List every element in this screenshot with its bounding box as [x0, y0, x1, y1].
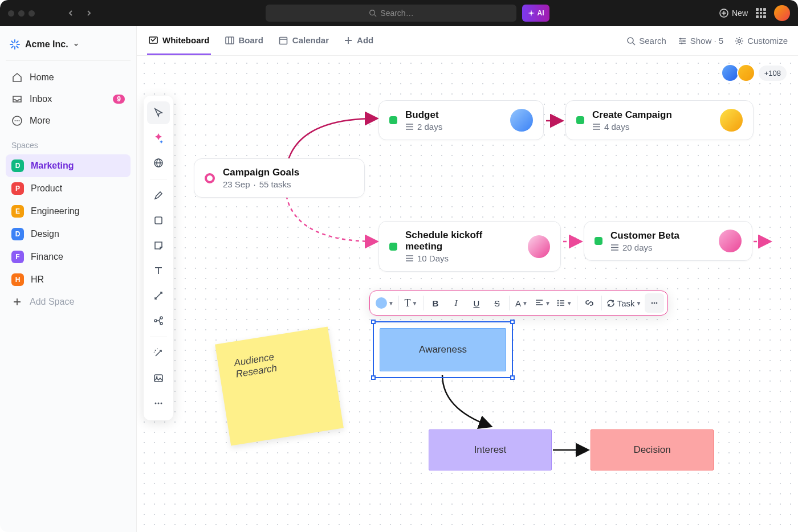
assignee-avatar[interactable] [720, 109, 743, 132]
new-button[interactable]: New [719, 9, 748, 18]
apps-menu-icon[interactable] [756, 8, 766, 18]
text-color-button[interactable]: A▼ [512, 293, 531, 313]
presence-avatar[interactable] [721, 64, 739, 82]
svg-point-39 [557, 300, 559, 302]
sidebar-item-label: Home [30, 72, 54, 83]
assignee-avatar[interactable] [719, 230, 742, 252]
underline-button[interactable]: U [467, 293, 486, 313]
show-button[interactable]: Show · 5 [678, 36, 723, 46]
link-button[interactable] [580, 293, 599, 313]
tool-text[interactable] [147, 259, 170, 282]
svg-point-42 [652, 302, 653, 304]
presence-avatar[interactable] [737, 64, 755, 82]
assignee-avatar[interactable] [528, 235, 550, 258]
list-button[interactable]: ▼ [554, 293, 575, 313]
sidebar-item-more[interactable]: More [6, 110, 131, 132]
bullet-list-icon [556, 298, 565, 308]
presence-count[interactable]: +108 [759, 66, 787, 81]
tab-calendar[interactable]: Calendar [277, 27, 330, 55]
tool-sticky[interactable] [147, 234, 170, 257]
flow-interest[interactable]: Interest [429, 429, 552, 470]
view-tabs: Whiteboard Board Calendar Add Search [137, 26, 798, 56]
more-options-button[interactable] [645, 293, 664, 313]
spaces-heading: Spaces [6, 132, 131, 154]
fill-color-button[interactable]: ▼ [373, 293, 396, 313]
link-icon [585, 298, 594, 308]
card-customer-beta[interactable]: Customer Beta 20 days [584, 221, 752, 261]
tool-select[interactable] [147, 101, 170, 124]
space-product[interactable]: P Product [6, 177, 131, 200]
assignee-avatar[interactable] [510, 109, 533, 132]
flow-awareness[interactable]: Awareness [380, 328, 506, 371]
list-icon [405, 122, 414, 131]
space-finance[interactable]: F Finance [6, 245, 131, 268]
tab-board[interactable]: Board [223, 27, 264, 55]
svg-line-1 [374, 15, 377, 17]
global-search[interactable]: Search… [266, 5, 516, 22]
workspace-switcher[interactable]: Acme Inc. [6, 34, 131, 61]
svg-line-7 [11, 41, 13, 43]
customize-button[interactable]: Customize [735, 36, 788, 46]
card-budget[interactable]: Budget 2 days [378, 100, 544, 140]
card-title: Customer Beta [610, 230, 679, 242]
text-style-button[interactable]: T▼ [401, 293, 421, 313]
space-design[interactable]: D Design [6, 223, 131, 245]
card-title: Create Campaign [592, 109, 672, 121]
logo-icon [9, 39, 21, 50]
flow-decision[interactable]: Decision [591, 429, 714, 470]
inbox-badge: 9 [113, 95, 125, 104]
home-icon [11, 72, 23, 83]
card-create-campaign[interactable]: Create Campaign 4 days [565, 100, 754, 140]
tool-image[interactable] [147, 367, 170, 390]
space-chip: P [11, 182, 24, 195]
more-icon [11, 115, 23, 126]
card-tasks: 55 tasks [259, 179, 291, 189]
space-marketing[interactable]: D Marketing [6, 154, 131, 177]
space-chip: D [11, 228, 24, 240]
align-button[interactable]: ▼ [532, 293, 553, 313]
italic-button[interactable]: I [446, 293, 466, 313]
task-button[interactable]: Task▼ [604, 293, 644, 313]
tool-more[interactable] [147, 392, 170, 415]
sidebar-item-inbox[interactable]: Inbox 9 [6, 88, 131, 110]
tool-ai[interactable] [147, 126, 170, 149]
space-label: Marketing [31, 161, 74, 171]
tool-magic[interactable] [147, 342, 170, 365]
sidebar-item-label: More [30, 116, 50, 126]
tool-web[interactable] [147, 152, 170, 174]
whiteboard-icon [148, 35, 158, 46]
bold-button[interactable]: B [426, 293, 445, 313]
svg-point-36 [155, 403, 157, 404]
sidebar: Acme Inc. Home Inbox 9 More Spaces D Mar… [0, 26, 137, 532]
tab-whiteboard[interactable]: Whiteboard [147, 27, 211, 55]
presence-bar: +108 [727, 64, 787, 82]
card-schedule-kickoff[interactable]: Schedule kickoff meeting 10 Days [378, 221, 561, 272]
status-icon [576, 116, 584, 124]
card-campaign-goals[interactable]: Campaign Goals 23 Sep · 55 tasks [194, 158, 365, 198]
svg-rect-30 [155, 217, 162, 224]
ai-button[interactable]: AI [522, 5, 549, 22]
tool-mindmap[interactable] [147, 309, 170, 332]
space-chip: H [11, 273, 24, 286]
tool-shape[interactable] [147, 209, 170, 232]
window-controls[interactable] [8, 10, 35, 17]
user-avatar[interactable] [774, 5, 790, 21]
sidebar-item-home[interactable]: Home [6, 67, 131, 88]
nav-forward-button[interactable] [82, 6, 96, 21]
svg-line-8 [17, 46, 18, 48]
tool-pen[interactable] [147, 184, 170, 207]
whiteboard-canvas[interactable]: +108 Campaign [137, 56, 798, 532]
tab-add[interactable]: Add [343, 27, 374, 54]
add-space-button[interactable]: Add Space [6, 291, 131, 313]
search-icon [626, 36, 636, 46]
view-search-button[interactable]: Search [626, 36, 666, 46]
svg-point-26 [738, 39, 741, 42]
space-engineering[interactable]: E Engineering [6, 200, 131, 223]
tool-connector[interactable] [147, 284, 170, 307]
nav-back-button[interactable] [63, 6, 78, 21]
sticky-note[interactable]: Audience Research [215, 326, 344, 445]
plus-circle-icon [719, 9, 728, 18]
svg-rect-19 [279, 37, 287, 44]
strike-button[interactable]: S [487, 293, 507, 313]
space-hr[interactable]: H HR [6, 268, 131, 291]
